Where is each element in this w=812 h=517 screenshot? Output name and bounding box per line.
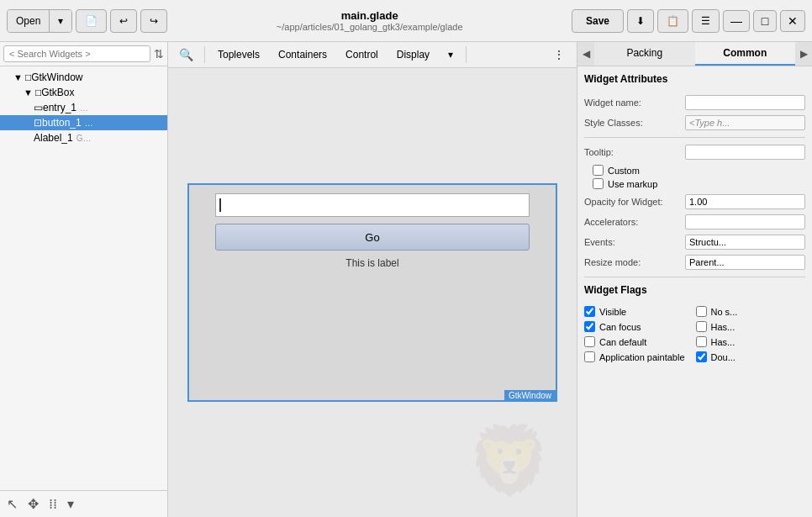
close-button[interactable]: ✕ [780,10,805,32]
divider1 [584,137,805,138]
accelerators-value[interactable] [685,214,805,229]
undo-button[interactable]: ↩ [110,9,137,33]
flags-grid: Visible No s... Can focus Has... [584,306,805,365]
display-button[interactable]: Display [389,45,437,64]
pointer-tool[interactable]: ↖ [3,494,21,514]
main-layout: ⇅ ▼ □ GtkWindow ▼ □ GtkBox ▭ entry_1 [0,42,812,517]
tree-label-button1: button_1 [42,117,82,129]
tree-item-label1[interactable]: A label_1 G… [0,130,167,145]
opacity-input[interactable] [685,194,805,209]
prop-row-resize-mode: Resize mode: [584,255,805,270]
open-button[interactable]: Open [8,10,50,32]
flag-has1: Has... [696,321,806,332]
canvas-search-button[interactable]: 🔍 [173,45,199,65]
redo-button[interactable]: ↪ [140,9,167,33]
flag-can-default-checkbox[interactable] [584,336,595,347]
separator2 [466,46,467,63]
tab-nav-right[interactable]: ▶ [795,42,812,66]
tree-item-gtkbox[interactable]: ▼ □ GtkBox [0,85,167,100]
entry-cursor [219,198,221,212]
flag-double-buffered-checkbox[interactable] [696,351,707,362]
right-panel: ◀ Packing Common ▶ Widget Attributes Wid… [577,42,812,517]
select-tool[interactable]: ⁞⁞ [45,494,61,514]
opacity-value[interactable] [685,194,805,209]
resize-mode-label: Resize mode: [584,255,685,267]
label-icon: A [34,132,40,144]
toolbar-more[interactable]: ▾ [64,494,77,514]
tree-item-button1[interactable]: ⊡ button_1 … [0,115,167,130]
events-label: Events: [584,235,685,247]
watermark: 🦁 [467,421,551,500]
flag-visible-checkbox[interactable] [584,306,595,317]
search-input[interactable] [3,45,150,62]
search-sort-button[interactable]: ⇅ [154,47,164,61]
open-button-group[interactable]: Open ▾ [7,9,72,33]
more-button[interactable]: ⋮ [546,45,572,64]
tree-item-entry1[interactable]: ▭ entry_1 … [0,100,167,115]
tooltip-input[interactable] [685,145,805,160]
use-markup-checkbox[interactable] [593,178,604,189]
prop-row-tooltip: Tooltip: [584,145,805,160]
center-panel: 🔍 Toplevels Containers Control Display ▾… [168,42,577,517]
events-input[interactable] [685,235,805,250]
prop-row-widget-name: Widget name: [584,95,805,110]
flag-app-paintable-checkbox[interactable] [584,351,595,362]
new-button[interactable]: 📄 [76,9,107,33]
style-classes-input[interactable] [685,115,805,130]
resize-mode-value[interactable] [685,255,805,270]
use-markup-label: Use markup [608,179,657,189]
entry-dots: … [80,103,88,113]
main-title: main.glade [167,9,572,22]
tree-label-gtkwindow: GtkWindow [31,71,82,83]
window-icon: □ [25,71,31,83]
flag-has2-checkbox[interactable] [696,336,707,347]
button-widget[interactable]: Go [215,224,530,251]
custom-checkbox[interactable] [593,165,604,176]
widget-attributes-title: Widget Attributes [584,73,805,88]
tab-common[interactable]: Common [695,42,796,66]
use-markup-checkbox-row: Use markup [593,178,805,189]
left-panel: ⇅ ▼ □ GtkWindow ▼ □ GtkBox ▭ entry_1 [0,42,168,517]
save-button[interactable]: Save [572,9,624,33]
widget-name-input[interactable] [685,95,805,110]
flag-visible-label: Visible [599,307,626,317]
maximize-button[interactable]: □ [753,10,777,32]
flag-can-focus-checkbox[interactable] [584,321,595,332]
flag-has2-label: Has... [711,337,736,347]
move-tool[interactable]: ✥ [24,494,42,514]
open-dropdown-button[interactable]: ▾ [50,10,71,32]
export-button[interactable]: ⬇ [627,9,654,33]
flag-has1-checkbox[interactable] [696,321,707,332]
resize-mode-input[interactable] [685,255,805,270]
tree-label-entry1: entry_1 [43,102,76,113]
tab-packing[interactable]: Packing [594,42,695,66]
flag-double-buffered-label: Dou... [711,352,736,362]
flag-can-default: Can default [584,336,694,347]
tooltip-options: Custom Use markup [584,165,805,189]
flag-can-focus-label: Can focus [599,322,641,332]
properties-button[interactable]: 📋 [657,9,688,33]
display-dropdown[interactable]: ▾ [440,45,461,64]
toplevels-button[interactable]: Toplevels [210,45,267,64]
flag-no-sensitive-checkbox[interactable] [696,306,707,317]
flag-double-buffered: Dou... [696,351,806,362]
separator [204,46,205,63]
entry-widget [215,193,530,217]
tab-nav-left[interactable]: ◀ [577,42,594,66]
events-value[interactable] [685,235,805,250]
flag-has2: Has... [696,336,806,347]
gtkwindow-canvas: Go This is label GtkWindow [187,183,557,402]
menu-button[interactable]: ☰ [692,9,720,33]
flag-has1-label: Has... [711,322,736,332]
gtkwindow-badge: GtkWindow [504,390,556,401]
label-widget: This is label [345,257,398,269]
accelerators-input[interactable] [685,214,805,229]
style-classes-value[interactable] [685,115,805,130]
widget-name-value[interactable] [685,95,805,110]
containers-button[interactable]: Containers [271,45,335,64]
divider2 [584,277,805,277]
canvas-area[interactable]: Go This is label GtkWindow 🦁 [168,68,577,517]
control-button[interactable]: Control [338,45,386,64]
minimize-button[interactable]: — [723,10,750,32]
tree-item-gtkwindow[interactable]: ▼ □ GtkWindow [0,70,167,85]
